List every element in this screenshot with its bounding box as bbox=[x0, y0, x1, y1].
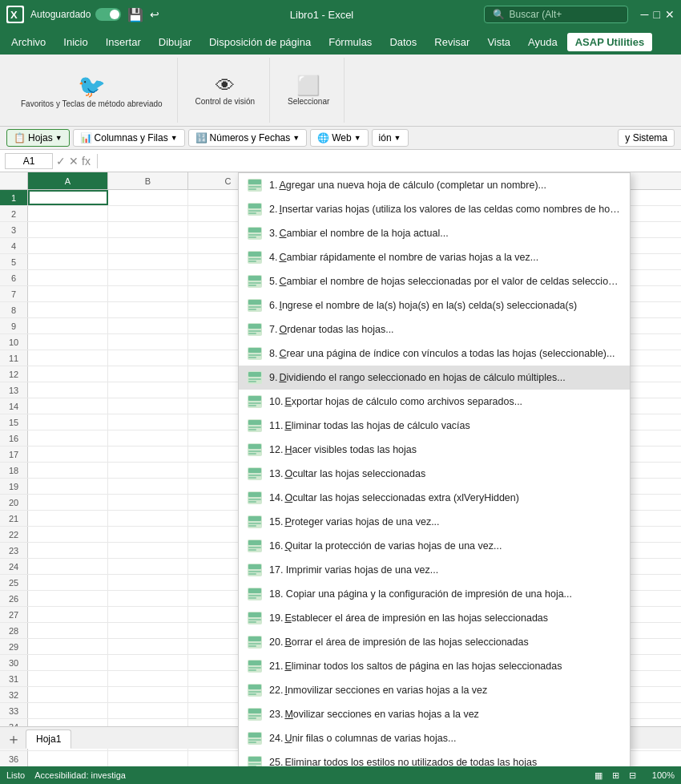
dropdown-item[interactable]: 15.Proteger varias hojas de una vez... bbox=[239, 510, 630, 534]
cell[interactable] bbox=[28, 302, 108, 317]
cell[interactable] bbox=[28, 414, 108, 430]
autosave-toggle[interactable] bbox=[95, 8, 121, 21]
cell[interactable] bbox=[108, 238, 188, 253]
sheet-tab-hoja1[interactable]: Hoja1 bbox=[26, 729, 71, 749]
cell[interactable] bbox=[108, 751, 188, 766]
cell[interactable] bbox=[108, 254, 188, 269]
cell-reference[interactable] bbox=[5, 153, 53, 169]
cell[interactable] bbox=[108, 655, 188, 670]
cell[interactable] bbox=[28, 495, 108, 510]
dropdown-item[interactable]: 1.Agregar una nueva hoja de cálculo (com… bbox=[239, 173, 630, 197]
cell[interactable] bbox=[28, 286, 108, 301]
search-box[interactable]: 🔍 Buscar (Alt+ bbox=[484, 6, 628, 23]
cell[interactable] bbox=[28, 575, 108, 590]
save-icon[interactable]: 💾 bbox=[127, 7, 143, 22]
cell[interactable] bbox=[108, 318, 188, 333]
dropdown-item[interactable]: 5.Cambiar el nombre de hojas seleccionad… bbox=[239, 269, 630, 293]
cell[interactable] bbox=[28, 334, 108, 350]
undo-icon[interactable]: ↩ bbox=[150, 8, 159, 21]
cell[interactable] bbox=[108, 511, 188, 526]
cell[interactable] bbox=[108, 222, 188, 237]
cell[interactable] bbox=[108, 430, 188, 446]
cell[interactable] bbox=[28, 511, 108, 526]
cell[interactable] bbox=[28, 751, 108, 766]
cell[interactable] bbox=[28, 222, 108, 237]
accion-btn[interactable]: ión ▼ bbox=[372, 129, 409, 147]
hojas-btn[interactable]: 📋 Hojas ▼ bbox=[6, 129, 70, 147]
menu-asap[interactable]: ASAP Utilities bbox=[567, 33, 652, 51]
cell[interactable] bbox=[108, 414, 188, 430]
menu-inicio[interactable]: Inicio bbox=[55, 33, 95, 51]
dropdown-item[interactable]: 13.Ocultar las hojas seleccionadas bbox=[239, 462, 630, 486]
cell[interactable] bbox=[108, 607, 188, 622]
cell[interactable] bbox=[28, 527, 108, 542]
dropdown-item[interactable]: 20.Borrar el área de impresión de las ho… bbox=[239, 630, 630, 654]
cell[interactable] bbox=[108, 591, 188, 606]
sistema-btn[interactable]: y Sistema bbox=[618, 129, 675, 147]
favorites-btn[interactable]: 🐦 Favoritos y Teclas de método abreviado bbox=[16, 71, 167, 110]
cell[interactable] bbox=[28, 206, 108, 221]
dropdown-item[interactable]: 6.Ingrese el nombre de la(s) hoja(s) en … bbox=[239, 293, 630, 317]
cell[interactable] bbox=[28, 607, 108, 622]
cell[interactable] bbox=[28, 639, 108, 654]
cell[interactable] bbox=[108, 559, 188, 574]
menu-archivo[interactable]: Archivo bbox=[3, 33, 54, 51]
menu-revisar[interactable]: Revisar bbox=[426, 33, 478, 51]
minimize-btn[interactable]: ─ bbox=[641, 8, 649, 21]
menu-datos[interactable]: Datos bbox=[381, 33, 425, 51]
dropdown-item[interactable]: 25.Eliminar todos los estilos no utiliza… bbox=[239, 750, 630, 766]
dropdown-item[interactable]: 18. Copiar una página y la configuración… bbox=[239, 582, 630, 606]
cell[interactable] bbox=[108, 302, 188, 317]
cell[interactable] bbox=[108, 703, 188, 718]
cell[interactable] bbox=[28, 447, 108, 462]
cell[interactable] bbox=[28, 671, 108, 686]
columnas-filas-btn[interactable]: 📊 Columnas y Filas ▼ bbox=[73, 129, 185, 147]
dropdown-item[interactable]: 22.Inmovilizar secciones en varias hojas… bbox=[239, 678, 630, 702]
web-btn[interactable]: 🌐 Web ▼ bbox=[310, 129, 368, 147]
cell[interactable] bbox=[108, 671, 188, 686]
control-vision-btn[interactable]: 👁 Control de visión bbox=[191, 73, 260, 107]
dropdown-item[interactable]: 19.Establecer el área de impresión en la… bbox=[239, 606, 630, 630]
cell[interactable] bbox=[28, 703, 108, 718]
cell[interactable] bbox=[108, 479, 188, 494]
cell[interactable] bbox=[28, 479, 108, 494]
cell[interactable] bbox=[28, 270, 108, 285]
dropdown-item[interactable]: 4.Cambiar rápidamente el nombre de varia… bbox=[239, 245, 630, 269]
cell[interactable] bbox=[28, 238, 108, 253]
cell[interactable] bbox=[108, 382, 188, 398]
formula-input[interactable] bbox=[104, 156, 676, 167]
numeros-fechas-btn[interactable]: 🔢 Números y Fechas ▼ bbox=[188, 129, 308, 147]
cell[interactable] bbox=[108, 366, 188, 382]
dropdown-item[interactable]: 8.Crear una página de índice con vínculo… bbox=[239, 341, 630, 366]
view-layout-icon[interactable]: ⊞ bbox=[612, 770, 619, 781]
dropdown-item[interactable]: 9.Dividiendo el rango seleccionado en ho… bbox=[239, 366, 630, 390]
cell[interactable] bbox=[28, 254, 108, 269]
dropdown-item[interactable]: 23.Movilizar secciones en varias hojas a… bbox=[239, 702, 630, 726]
cell[interactable] bbox=[28, 398, 108, 414]
cell[interactable] bbox=[108, 639, 188, 654]
cell[interactable] bbox=[108, 687, 188, 702]
menu-vista[interactable]: Vista bbox=[479, 33, 518, 51]
dropdown-item[interactable]: 21.Eliminar todos los saltos de página e… bbox=[239, 654, 630, 678]
cell[interactable] bbox=[28, 366, 108, 382]
col-header-a[interactable]: A bbox=[28, 172, 108, 189]
cell[interactable] bbox=[108, 334, 188, 350]
cell[interactable] bbox=[28, 591, 108, 606]
col-header-b[interactable]: B bbox=[108, 172, 188, 189]
cell[interactable] bbox=[28, 559, 108, 574]
cell[interactable] bbox=[28, 430, 108, 446]
view-break-icon[interactable]: ⊟ bbox=[629, 770, 636, 781]
cell[interactable] bbox=[28, 382, 108, 398]
seleccionar-btn[interactable]: ⬜ Seleccionar bbox=[283, 73, 334, 107]
menu-insertar[interactable]: Insertar bbox=[98, 33, 149, 51]
dropdown-item[interactable]: 24.Unir filas o columnas de varias hojas… bbox=[239, 726, 630, 750]
cell[interactable] bbox=[108, 270, 188, 285]
cell[interactable] bbox=[28, 623, 108, 638]
menu-dibujar[interactable]: Dibujar bbox=[151, 33, 199, 51]
dropdown-item[interactable]: 12.Hacer visibles todas las hojas bbox=[239, 438, 630, 462]
cell[interactable] bbox=[108, 206, 188, 221]
cell[interactable] bbox=[108, 463, 188, 478]
cell[interactable] bbox=[108, 575, 188, 590]
cell[interactable] bbox=[108, 398, 188, 414]
dropdown-item[interactable]: 10.Exportar hojas de cálculo como archiv… bbox=[239, 390, 630, 414]
